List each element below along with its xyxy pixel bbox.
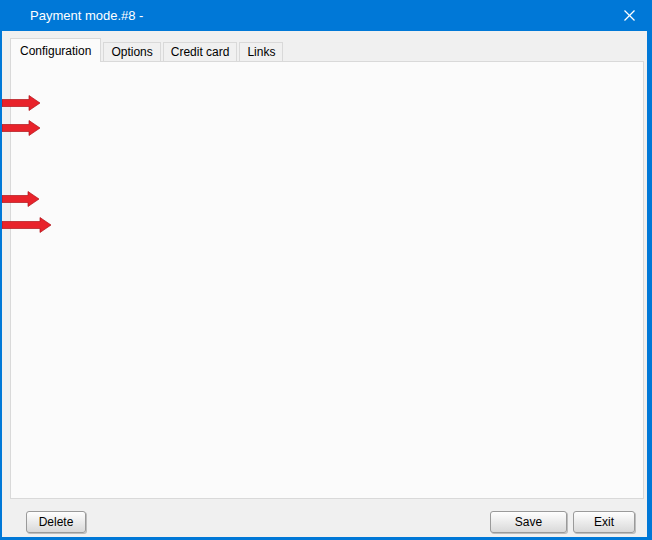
tab-strip: Configuration Options Credit card Links bbox=[10, 38, 285, 62]
tab-credit-card-label: Credit card bbox=[171, 45, 230, 59]
save-button[interactable]: Save bbox=[490, 511, 567, 533]
tab-options[interactable]: Options bbox=[103, 42, 160, 62]
tab-configuration[interactable]: Configuration bbox=[10, 38, 101, 62]
close-icon bbox=[624, 10, 635, 21]
tab-links[interactable]: Links bbox=[239, 42, 283, 62]
tab-links-label: Links bbox=[247, 45, 275, 59]
window-title: Payment mode.#8 - bbox=[30, 0, 143, 31]
exit-button[interactable]: Exit bbox=[573, 511, 635, 533]
payment-mode-dialog: Payment mode.#8 - Configuration Options … bbox=[0, 0, 652, 540]
close-button[interactable] bbox=[606, 0, 652, 31]
tab-options-label: Options bbox=[111, 45, 152, 59]
delete-button[interactable]: Delete bbox=[26, 511, 86, 533]
tab-credit-card[interactable]: Credit card bbox=[163, 42, 238, 62]
title-bar[interactable]: Payment mode.#8 - bbox=[0, 0, 652, 31]
configuration-tab-page bbox=[10, 61, 644, 499]
tab-configuration-label: Configuration bbox=[20, 44, 91, 58]
